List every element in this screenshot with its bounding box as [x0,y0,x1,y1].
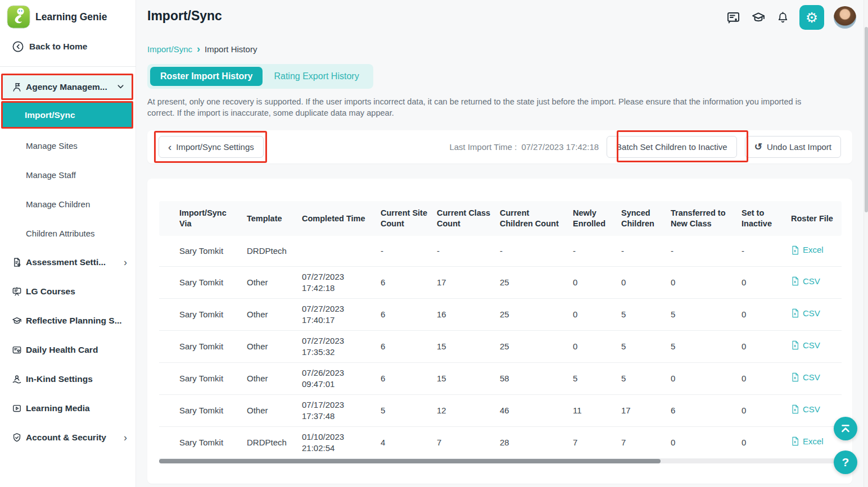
cell-site-count: 6 [376,330,432,362]
cell-site-count: 6 [376,298,432,330]
cell-set-inactive: 0 [737,266,786,298]
cell-class-count: 17 [432,266,495,298]
svg-text:x: x [794,440,796,444]
scroll-top-icon [840,423,851,434]
sidebar-item-manage-staff[interactable]: Manage Staff [26,167,76,182]
sidebar-item-label: Agency Managem... [26,82,107,92]
cell-children-count: 25 [495,298,568,330]
gear-icon: ⚙ [806,11,818,25]
cell-newly-enrolled: 5 [568,362,617,394]
tab-rating-export-history[interactable]: Rating Export History [263,67,370,86]
cell-template: Other [242,298,297,330]
excel-file-icon: x [791,276,799,286]
learning-genie-logo-icon [7,5,30,29]
svg-text:x: x [794,312,796,316]
roster-file-link[interactable]: x Excel [791,244,824,256]
cell-class-count: - [432,236,495,266]
sidebar-item-account-security[interactable]: Account & Security › [0,429,136,446]
sidebar-item-reflective-planning[interactable]: Reflective Planning S... [0,312,136,329]
cell-class-count: 16 [432,298,495,330]
cell-import-sync-via: Sary Tomkit [159,266,242,298]
cell-newly-enrolled: 11 [568,394,617,426]
user-avatar[interactable] [834,6,856,29]
question-mark-icon: ? [842,456,849,469]
shield-check-icon [11,432,22,443]
roster-file-link[interactable]: x CSV [791,308,820,319]
batch-set-inactive-button[interactable]: Batch Set Children to Inactive [607,136,737,158]
cell-completed-time [297,236,376,266]
table-row: Sary Tomkit Other 07/17/2023 17:37:48 5 … [159,394,842,426]
roster-file-link[interactable]: x CSV [791,404,820,415]
back-to-home-button[interactable]: Back to Home [11,40,87,53]
cell-completed-time: 07/27/2023 17:42:18 [297,266,376,298]
horizontal-scrollbar-thumb[interactable] [159,459,661,463]
sidebar-item-assessment-settings[interactable]: Assessment Setti... › [0,254,136,271]
roster-file-link[interactable]: x CSV [791,372,820,383]
settings-gear-button[interactable]: ⚙ [799,5,824,30]
roster-file-link[interactable]: x CSV [791,276,820,287]
col-set-to-inactive: Set to Inactive [737,201,786,236]
sidebar-item-in-kind-settings[interactable]: In-Kind Settings [0,371,136,388]
app-window: Learning Genie Back to Home Agency Manag… [0,0,868,487]
tab-roster-import-history[interactable]: Roster Import History [150,67,263,86]
cell-synced-children: - [617,236,666,266]
sidebar-item-learning-media[interactable]: Learning Media [0,400,136,417]
cell-class-count: 12 [432,394,495,426]
undo-last-import-button[interactable]: ↺ Undo Last Import [745,136,841,158]
scroll-to-top-button[interactable] [834,417,857,440]
feedback-board-icon[interactable] [726,10,741,25]
header-icons: ⚙ [726,5,856,30]
last-import-value: 07/27/2023 17:42:18 [521,142,599,152]
cell-synced-children: 5 [617,362,666,394]
cell-completed-time: 01/10/2023 21:02:54 [297,426,376,458]
cell-transferred: 6 [666,394,737,426]
main-content: Import/Sync ⚙ Import/Sync › Import Histo [136,0,868,487]
chevron-right-icon: › [124,257,127,267]
sidebar-item-agency-management[interactable]: Agency Managem... [1,74,133,100]
cell-newly-enrolled: 0 [568,330,617,362]
history-tabs: Roster Import History Rating Export Hist… [147,64,373,89]
import-sync-settings-button[interactable]: ‹ Import/Sync Settings [159,136,264,158]
import-history-table-card: Import/Sync Via Template Completed Time … [147,179,852,484]
sidebar-item-import-sync[interactable]: Import/Sync [1,101,133,129]
help-button[interactable]: ? [834,450,857,474]
cell-class-count: 7 [432,426,495,458]
roster-file-link[interactable]: x CSV [791,340,820,351]
import-history-table: Import/Sync Via Template Completed Time … [159,201,842,459]
cell-transferred: 0 [666,362,737,394]
cell-completed-time: 07/27/2023 17:40:17 [297,298,376,330]
cell-site-count: 6 [376,266,432,298]
cell-import-sync-via: Sary Tomkit [159,236,242,266]
breadcrumb-parent[interactable]: Import/Sync [147,44,192,54]
sidebar-item-manage-sites[interactable]: Manage Sites [26,138,78,153]
back-to-home-label: Back to Home [29,42,87,52]
graduation-cap-icon[interactable] [751,10,766,25]
svg-text:x: x [794,408,796,412]
sidebar-item-children-attributes[interactable]: Children Attributes [26,226,95,240]
cell-completed-time: 07/17/2023 17:37:48 [297,394,376,426]
sidebar-item-manage-children[interactable]: Manage Children [26,197,90,211]
roster-file-link[interactable]: x Excel [791,436,824,447]
cell-children-count: 25 [495,330,568,362]
bell-icon[interactable] [776,11,790,25]
vertical-scrollbar-thumb[interactable] [865,27,868,212]
cell-roster-file: x CSV [786,330,842,362]
flag-icon [11,81,22,93]
col-transferred-to-new-class: Transferred to New Class [666,201,737,236]
col-current-site-count: Current Site Count [376,201,432,236]
sidebar-item-lg-courses[interactable]: LG Courses [0,283,136,300]
excel-file-icon: x [791,436,799,446]
cell-import-sync-via: Sary Tomkit [159,330,242,362]
table-row: Sary Tomkit Other 07/27/2023 17:40:17 6 … [159,298,842,330]
horizontal-scrollbar-track[interactable] [159,459,842,463]
cell-children-count: 58 [495,362,568,394]
cell-template: Other [242,266,297,298]
col-synced-children: Synced Children [617,201,666,236]
table-body: Sary Tomkit DRDPtech - - - - - - - x Exc… [159,236,842,458]
excel-file-icon: x [791,372,799,382]
sidebar-item-daily-health-card[interactable]: Daily Health Card [0,342,136,358]
excel-file-icon: x [791,245,799,255]
vertical-scrollbar-track[interactable] [864,0,868,487]
cell-synced-children: 7 [617,426,666,458]
col-newly-enrolled: Newly Enrolled [568,201,617,236]
